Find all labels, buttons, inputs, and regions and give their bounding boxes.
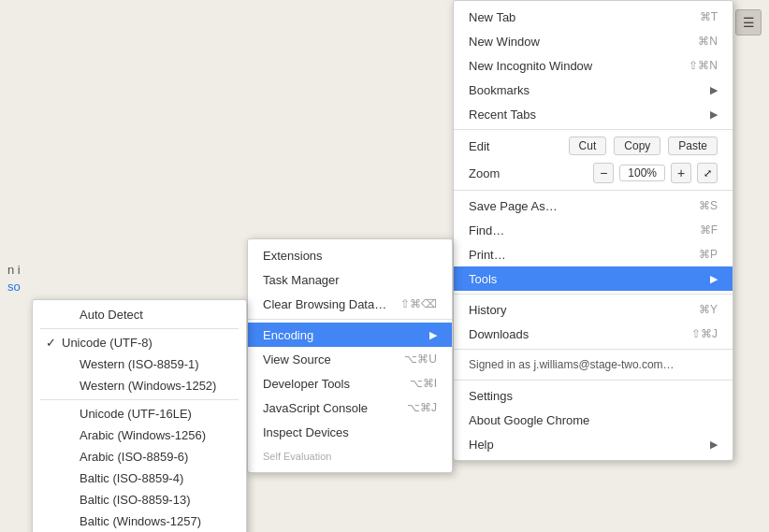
menu-icon-button[interactable]: ☰ <box>735 9 762 36</box>
menu-item-print[interactable]: Print… ⌘P <box>454 242 733 266</box>
menu-item-recent-tabs[interactable]: Recent Tabs ▶ <box>454 102 733 126</box>
menu-item-developer-tools[interactable]: Developer Tools ⌥⌘I <box>248 371 452 395</box>
menu-item-new-incognito[interactable]: New Incognito Window ⇧⌘N <box>454 53 733 78</box>
encoding-baltic-iso4[interactable]: Baltic (ISO-8859-4) <box>33 467 246 489</box>
zoom-plus-button[interactable]: + <box>671 163 691 183</box>
menu-item-clear-browsing[interactable]: Clear Browsing Data… ⇧⌘⌫ <box>248 292 452 316</box>
encoding-divider-2 <box>40 399 239 400</box>
menu-item-settings[interactable]: Settings <box>454 383 733 408</box>
encoding-baltic-iso13[interactable]: Baltic (ISO-8859-13) <box>33 489 246 510</box>
menu-item-encoding[interactable]: Encoding ▶ <box>248 323 452 347</box>
paste-button[interactable]: Paste <box>668 137 718 155</box>
menu-item-find[interactable]: Find… ⌘F <box>454 218 733 242</box>
menu-divider-3 <box>454 294 733 295</box>
chrome-menu: New Tab ⌘T New Window ⌘N New Incognito W… <box>453 0 733 461</box>
page-text-hints: n i so <box>7 262 21 295</box>
encoding-baltic-windows[interactable]: Baltic (Windows-1257) <box>33 510 246 532</box>
cut-button[interactable]: Cut <box>569 137 607 155</box>
menu-divider-4 <box>454 349 733 350</box>
left-hint-so: so <box>7 279 21 295</box>
tools-divider-1 <box>248 319 452 320</box>
menu-item-new-tab[interactable]: New Tab ⌘T <box>454 5 733 29</box>
zoom-minus-button[interactable]: − <box>593 163 614 183</box>
menu-zoom-row: Zoom − 100% + ⤢ <box>454 159 733 187</box>
left-hint-n: n i <box>7 262 21 279</box>
menu-item-signed-in: Signed in as j.williams@stage-two.com… <box>454 352 733 377</box>
menu-item-inspect-devices[interactable]: Inspect Devices <box>248 420 452 444</box>
menu-item-about[interactable]: About Google Chrome <box>454 408 733 432</box>
zoom-fullscreen-button[interactable]: ⤢ <box>697 163 718 183</box>
copy-button[interactable]: Copy <box>614 137 660 155</box>
encoding-windows-1252[interactable]: Western (Windows-1252) <box>33 375 246 396</box>
menu-item-history[interactable]: History ⌘Y <box>454 297 733 322</box>
menu-item-self-evaluation: Self Evaluation <box>248 444 452 468</box>
menu-edit-row: Edit Cut Copy Paste <box>454 133 733 159</box>
menu-item-view-source[interactable]: View Source ⌥⌘U <box>248 347 452 371</box>
menu-item-bookmarks[interactable]: Bookmarks ▶ <box>454 78 733 102</box>
menu-divider-2 <box>454 190 733 191</box>
zoom-value: 100% <box>619 165 665 181</box>
menu-item-extensions[interactable]: Extensions <box>248 243 452 267</box>
tools-submenu: Extensions Task Manager Clear Browsing D… <box>247 238 453 473</box>
encoding-arabic-iso[interactable]: Arabic (ISO-8859-6) <box>33 446 246 467</box>
encoding-utf-16le[interactable]: Unicode (UTF-16LE) <box>33 403 246 424</box>
menu-item-help[interactable]: Help ▶ <box>454 432 733 456</box>
encoding-utf8[interactable]: Unicode (UTF-8) <box>33 332 246 353</box>
encoding-auto-detect[interactable]: Auto Detect <box>33 304 246 325</box>
encoding-iso-8859-1[interactable]: Western (ISO-8859-1) <box>33 353 246 375</box>
menu-item-downloads[interactable]: Downloads ⇧⌘J <box>454 322 733 346</box>
encoding-arabic-windows[interactable]: Arabic (Windows-1256) <box>33 424 246 446</box>
menu-divider-5 <box>454 380 733 381</box>
encoding-divider <box>40 328 239 329</box>
menu-item-new-window[interactable]: New Window ⌘N <box>454 29 733 53</box>
menu-item-save-page[interactable]: Save Page As… ⌘S <box>454 194 733 218</box>
encoding-submenu: Auto Detect Unicode (UTF-8) Western (ISO… <box>32 299 247 532</box>
menu-item-javascript-console[interactable]: JavaScript Console ⌥⌘J <box>248 395 452 420</box>
menu-divider-1 <box>454 129 733 130</box>
menu-item-tools[interactable]: Tools ▶ <box>454 266 733 291</box>
menu-item-task-manager[interactable]: Task Manager <box>248 267 452 292</box>
